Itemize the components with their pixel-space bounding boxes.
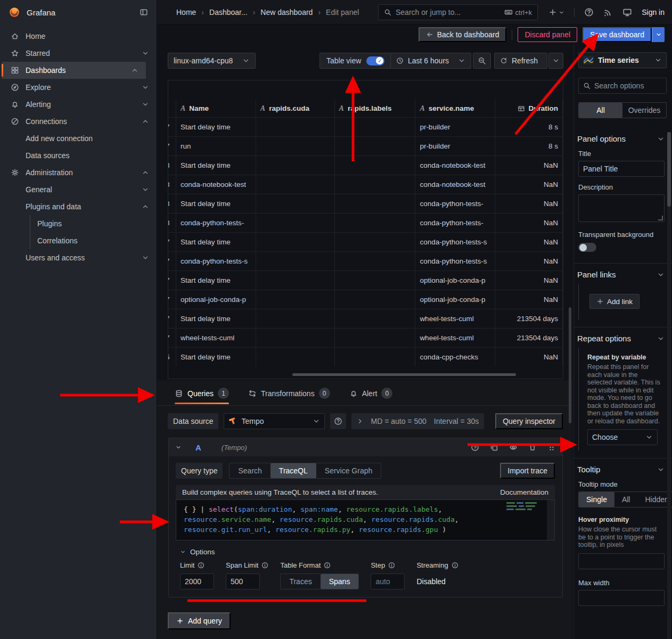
sidebar-item-general[interactable]: General bbox=[0, 181, 157, 198]
sidebar-item-plugins[interactable]: Plugins bbox=[30, 215, 157, 232]
delete-query-icon[interactable] bbox=[528, 443, 537, 452]
options-scrollbar-thumb[interactable] bbox=[667, 132, 671, 207]
query-type-service-graph[interactable]: Service Graph bbox=[316, 463, 381, 478]
table-row[interactable]: 8Start delay timeconda-python-tests-NaN bbox=[168, 194, 563, 213]
editor-scrollbar[interactable] bbox=[547, 500, 554, 540]
data-source-select[interactable]: Tempo bbox=[224, 413, 325, 429]
search-options-input[interactable] bbox=[578, 78, 667, 94]
table-row[interactable]: 7Start delay timeoptional-job-conda-pNaN bbox=[168, 271, 563, 290]
max-width-input[interactable] bbox=[578, 590, 665, 606]
back-to-dashboard-button[interactable]: Back to dashboard bbox=[419, 27, 507, 42]
tab-transformations[interactable]: Transformations0 bbox=[248, 388, 330, 405]
search-options-field[interactable] bbox=[594, 81, 653, 90]
table-row[interactable]: 7Start delay timewheel-tests-cuml213504 … bbox=[168, 309, 563, 328]
sidebar-item-plugins-and-data[interactable]: Plugins and data bbox=[0, 198, 157, 215]
repeat-variable-select[interactable]: Choose bbox=[587, 429, 658, 445]
tooltip-header[interactable]: Tooltip bbox=[577, 465, 665, 474]
new-menu-button[interactable] bbox=[548, 8, 564, 17]
query-type-traceql[interactable]: TraceQL bbox=[271, 463, 316, 478]
news-icon[interactable] bbox=[603, 7, 613, 17]
table-row[interactable]: 8conda-python-tests-conda-python-tests-N… bbox=[168, 213, 563, 232]
field-input-step[interactable]: auto bbox=[371, 574, 405, 589]
table-header-rapids-labels[interactable]: Arapids.labels bbox=[335, 100, 416, 117]
panel-links-header[interactable]: Panel links bbox=[577, 270, 665, 279]
visualization-picker[interactable]: Time series bbox=[578, 52, 667, 68]
table-row[interactable]: 7conda-python-tests-sconda-python-tests-… bbox=[168, 251, 563, 271]
query-type-search[interactable]: Search bbox=[230, 463, 270, 478]
add-query-button[interactable]: Add query bbox=[168, 612, 231, 629]
help-icon[interactable] bbox=[584, 7, 594, 17]
breadcrumb-item-dashboar-[interactable]: Dashboar... bbox=[209, 8, 248, 17]
description-textarea[interactable] bbox=[578, 194, 665, 222]
table-row[interactable]: 8Start delay timeconda-notebook-testNaN bbox=[168, 155, 563, 175]
dock-menu-icon[interactable] bbox=[140, 8, 148, 17]
breadcrumb-item-new-dashboard[interactable]: New dashboard bbox=[260, 8, 313, 17]
table-header-service-name[interactable]: Aservice.name bbox=[415, 100, 495, 117]
table-row[interactable]: 7wheel-tests-cumlwheel-tests-cuml213504 … bbox=[168, 328, 563, 347]
drag-handle-icon[interactable] bbox=[547, 443, 556, 452]
documentation-link[interactable]: Documentation bbox=[500, 488, 548, 496]
vertical-scrollbar[interactable] bbox=[569, 307, 571, 423]
import-trace-button[interactable]: Import trace bbox=[500, 463, 555, 479]
duplicate-query-icon[interactable] bbox=[490, 443, 498, 452]
sidebar-item-add-new-connection[interactable]: Add new connection bbox=[0, 130, 157, 147]
save-dashboard-button[interactable]: Save dashboard bbox=[583, 27, 652, 42]
table-row[interactable]: 8conda-notebook-testconda-notebook-testN… bbox=[168, 175, 563, 194]
hover-proximity-input[interactable] bbox=[578, 553, 665, 569]
table-header-rapids-cuda[interactable]: Arapids.cuda bbox=[256, 100, 335, 117]
zoom-out-time-button[interactable] bbox=[473, 53, 491, 69]
table-row[interactable]: 7Start delay timeconda-python-tests-sNaN bbox=[168, 232, 563, 251]
transparent-background-toggle[interactable] bbox=[578, 243, 596, 252]
sidebar-item-connections[interactable]: Connections bbox=[0, 113, 157, 130]
tab-alert[interactable]: Alert0 bbox=[349, 388, 393, 405]
table-header-duration[interactable]: Duration bbox=[495, 100, 563, 117]
sign-in-link[interactable]: Sign in bbox=[642, 8, 665, 17]
table-header-name[interactable]: AName bbox=[176, 100, 256, 117]
traceql-code-editor[interactable]: { } | select(span:duration, span:name, r… bbox=[176, 499, 555, 540]
segment-spans[interactable]: Spans bbox=[321, 574, 359, 589]
breadcrumb-item-home[interactable]: Home bbox=[176, 8, 196, 17]
sidebar-item-users-and-access[interactable]: Users and access bbox=[0, 249, 157, 266]
filter-all[interactable]: All bbox=[579, 103, 622, 118]
table-row[interactable]: 7runpr-builder8 s bbox=[168, 136, 563, 155]
sidebar-item-starred[interactable]: Starred bbox=[0, 45, 157, 62]
discard-panel-button[interactable]: Discard panel bbox=[518, 27, 577, 42]
time-range-picker[interactable]: Last 6 hours bbox=[390, 53, 471, 69]
save-dashboard-menu-button[interactable] bbox=[652, 27, 665, 42]
add-link-button[interactable]: Add link bbox=[589, 294, 640, 309]
data-source-help-button[interactable] bbox=[330, 413, 346, 429]
chevron-right-icon[interactable] bbox=[357, 418, 363, 424]
monitor-icon[interactable] bbox=[622, 7, 632, 17]
sidebar-item-correlations[interactable]: Correlations bbox=[30, 232, 157, 249]
refresh-interval-menu[interactable] bbox=[548, 53, 563, 69]
horizontal-scrollbar[interactable] bbox=[292, 373, 516, 376]
panel-options-header[interactable]: Panel options bbox=[577, 134, 665, 143]
tab-queries[interactable]: Queries1 bbox=[175, 388, 229, 405]
table-row[interactable]: 5Start delay timeconda-cpp-checksNaN bbox=[168, 347, 563, 366]
panel-title-input[interactable]: Panel Title bbox=[578, 161, 665, 177]
segment-traces[interactable]: Traces bbox=[281, 574, 320, 589]
table-row[interactable]: 7Start delay timepr-builder8 s bbox=[168, 117, 563, 136]
template-variable-select[interactable]: linux-amd64-cpu8 bbox=[168, 53, 256, 69]
query-help-icon[interactable] bbox=[471, 443, 479, 452]
query-row-header[interactable]: A (Tempo) bbox=[169, 438, 562, 456]
sidebar-item-alerting[interactable]: Alerting bbox=[0, 96, 157, 113]
sidebar-item-administration[interactable]: Administration bbox=[0, 164, 157, 181]
disable-query-icon[interactable] bbox=[509, 443, 518, 452]
tooltip-mode-all[interactable]: All bbox=[614, 492, 638, 507]
sidebar-item-explore[interactable]: Explore bbox=[0, 79, 157, 96]
options-collapse-header[interactable]: Options bbox=[180, 548, 555, 556]
query-inspector-button[interactable]: Query inspector bbox=[495, 413, 563, 429]
refresh-button[interactable]: Refresh bbox=[494, 53, 547, 69]
sidebar-item-dashboards[interactable]: Dashboards bbox=[2, 62, 146, 79]
field-input-span-limit[interactable]: 500 bbox=[226, 574, 260, 589]
table-row[interactable]: 7optional-job-conda-poptional-job-conda-… bbox=[168, 290, 563, 309]
repeat-options-header[interactable]: Repeat options bbox=[577, 334, 665, 343]
table-view-toggle[interactable]: ✓ bbox=[366, 56, 384, 65]
tooltip-mode-single[interactable]: Single bbox=[579, 492, 614, 507]
sidebar-item-data-sources[interactable]: Data sources bbox=[0, 147, 157, 164]
sidebar-item-home[interactable]: Home bbox=[0, 28, 157, 45]
field-input-limit[interactable]: 2000 bbox=[180, 574, 214, 589]
filter-overrides[interactable]: Overrides bbox=[622, 103, 666, 118]
search-input[interactable]: Search or jump to... ctrl+k bbox=[378, 4, 538, 20]
